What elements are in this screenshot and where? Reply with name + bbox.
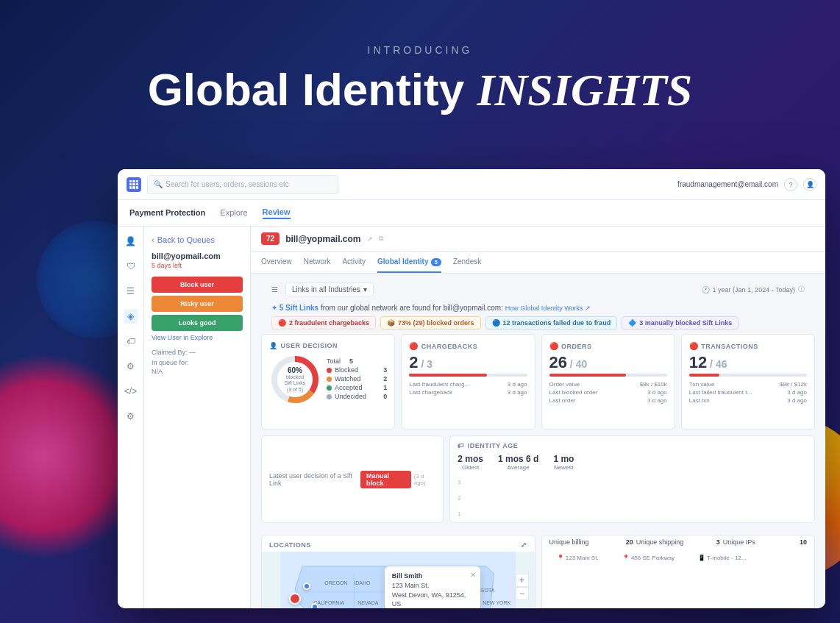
accepted-dot — [327, 385, 332, 391]
chargebacks-title: 🔴 CHARGEBACKS — [409, 342, 527, 350]
secondary-nav: Payment Protection Explore Review — [118, 200, 825, 227]
legend-undecided: Undecided 0 — [327, 393, 387, 400]
block-user-button[interactable]: Block user — [152, 277, 243, 293]
expand-icon[interactable]: ⤢ — [521, 541, 527, 549]
sidebar-icon-list[interactable]: ☰ — [124, 284, 138, 299]
last-blocked-val: 3 d ago — [647, 389, 667, 396]
orders-icon: 🔴 — [549, 342, 559, 350]
orders-bar — [549, 374, 667, 377]
tab-network[interactable]: Network — [304, 252, 331, 273]
svg-text:IDAHO: IDAHO — [354, 580, 371, 585]
popup-city: West Devon, WA, 91254, US — [392, 591, 473, 608]
user-decision-icon: 👤 — [269, 342, 278, 349]
sidebar-icon-user[interactable]: 👤 — [124, 234, 138, 249]
donut-label: 60% blocked Sift Links (3 of 5) — [282, 366, 308, 393]
zoom-in-button[interactable]: + — [516, 574, 529, 587]
chargebacks-last-fraudulent: Last fraudulent charg... 3 d ago — [409, 381, 527, 388]
sidebar-icon-nav[interactable]: ◈ — [124, 309, 138, 324]
sidebar: 👤 🛡 ☰ ◈ 🏷 ⚙ </> ⚙ — [118, 227, 144, 608]
map-card: LOCATIONS ⤢ — [261, 535, 535, 608]
popup-close[interactable]: ✕ — [470, 571, 476, 579]
user-decision-text: USER DECISION — [281, 342, 338, 349]
sift-icon: ✦ — [271, 304, 280, 312]
nav-logo — [127, 177, 141, 192]
logo-dot — [136, 183, 138, 185]
nav-right: fraudmanagement@email.com ? 👤 — [677, 178, 816, 191]
sidebar-icon-gear[interactable]: ⚙ — [124, 409, 138, 424]
watched-dot — [327, 377, 332, 382]
main-content: 👤 🛡 ☰ ◈ 🏷 ⚙ </> ⚙ ‹ Back to Queues bill@… — [118, 227, 825, 608]
filter-bar: ☰ Links in all Industries ▾ 🕐 1 year (Ja… — [261, 278, 815, 301]
back-to-queues-label: Back to Queues — [157, 235, 215, 244]
nav-tab-review[interactable]: Review — [263, 207, 291, 219]
nav-tab-payment-protection[interactable]: Payment Protection — [129, 208, 205, 218]
sift-info-text: from our global network are found for bi… — [321, 304, 503, 312]
map-marker-red — [289, 593, 301, 605]
chargebacks-text: CHARGEBACKS — [421, 343, 478, 350]
bottom-row: LOCATIONS ⤢ — [261, 535, 815, 608]
transactions-txn-value: Txn value $8k / $12k — [689, 381, 807, 388]
last-failed-label: Last failed fraudulent t... — [689, 389, 752, 396]
user-header: 72 bill@yopmail.com ↗ ⧉ — [251, 227, 825, 252]
unique-ips: Unique IPs 10 — [723, 538, 807, 546]
user-icon[interactable]: 👤 — [803, 178, 816, 191]
transactions-total: / 46 — [707, 358, 727, 370]
transactions-card: 🔴 TRANSACTIONS 12 / 46 Txn value $8k / $… — [681, 334, 815, 430]
sidebar-icon-settings-alt[interactable]: ⚙ — [124, 359, 138, 374]
sidebar-icon-code[interactable]: </> — [124, 384, 138, 399]
alert-icon: 🔷 — [628, 319, 636, 327]
copy-icon[interactable]: ⧉ — [379, 235, 383, 243]
address-list: 📍 123 Main St. 📍 456 SE Parkway 📱 T-mobi… — [542, 552, 815, 567]
map-popup: ✕ Bill Smith 123 Main St. West Devon, WA… — [385, 566, 480, 608]
latest-decision-label: Latest user decision of a Sift Link — [269, 472, 360, 487]
claimed-by-dash: — — [189, 349, 196, 356]
logo-dot — [132, 180, 135, 182]
map-title: LOCATIONS ⤢ — [262, 535, 535, 552]
zoom-controls: + − — [516, 574, 529, 600]
nav-email: fraudmanagement@email.com — [677, 180, 778, 188]
transactions-bar-fill — [689, 374, 720, 377]
tab-overview[interactable]: Overview — [261, 252, 292, 273]
y-axis: 321 — [458, 480, 460, 516]
tab-zendesk[interactable]: Zendesk — [453, 252, 481, 273]
alert-icon: 📦 — [387, 319, 395, 327]
transactions-last-failed: Last failed fraudulent t... 3 d ago — [689, 389, 807, 396]
donut-container: 60% blocked Sift Links (3 of 5) Total 5 — [269, 354, 387, 405]
legend-blocked-label: Blocked — [335, 366, 358, 374]
industry-filter[interactable]: Links in all Industries ▾ — [285, 282, 374, 296]
address-3: 📱 T-mobile - 12... — [691, 553, 753, 563]
help-icon[interactable]: ? — [784, 178, 797, 191]
headline-main: Global Identity — [148, 64, 465, 115]
logo-dot — [129, 180, 132, 182]
nav-logo-inner — [129, 180, 138, 189]
unique-ips-label: Unique IPs — [723, 538, 755, 546]
claimed-by-text: Claimed By: — [152, 349, 188, 356]
unique-row: Unique billing 20 Unique shipping 3 Uniq… — [542, 535, 815, 552]
last-fraudulent-val: 3 d ago — [508, 381, 527, 388]
orders-card: 🔴 ORDERS 26 / 40 Order value $8k / $10k — [541, 334, 675, 430]
looks-good-button[interactable]: Looks good — [152, 315, 243, 331]
filter-icon: ☰ — [271, 285, 278, 293]
back-to-queues-link[interactable]: ‹ Back to Queues — [152, 235, 243, 244]
identity-age-title: 🏷 IDENTITY AGE — [458, 442, 807, 449]
view-user-link[interactable]: View User in Explore — [152, 334, 243, 341]
oldest-label: Oldest — [458, 464, 483, 471]
tab-global-identity[interactable]: Global Identity5 — [377, 252, 441, 273]
nav-tab-explore[interactable]: Explore — [220, 208, 247, 218]
logo-dot — [136, 180, 138, 182]
tab-activity[interactable]: Activity — [342, 252, 366, 273]
external-link-icon[interactable]: ↗ — [367, 235, 373, 243]
zoom-out-button[interactable]: − — [516, 587, 529, 600]
in-queue-label: In queue for: — [152, 359, 243, 366]
sidebar-icon-tag[interactable]: 🏷 — [124, 334, 138, 349]
search-bar[interactable]: 🔍 Search for users, orders, sessions etc — [147, 175, 338, 194]
sidebar-icon-shield[interactable]: 🛡 — [124, 259, 138, 274]
blocked-dot — [327, 368, 332, 373]
how-global-identity-works-link[interactable]: How Global Identity Works ↗ — [505, 305, 591, 312]
top-nav: 🔍 Search for users, orders, sessions etc… — [118, 169, 825, 200]
txn-value-val: $8k / $12k — [780, 381, 807, 388]
risky-user-button[interactable]: Risky user — [152, 296, 243, 312]
user-decision-card: 👤 USER DECISION — [261, 334, 395, 430]
legend: Total 5 Blocked 3 Watc — [327, 357, 387, 402]
address-3-text: T-mobile - 12... — [707, 555, 746, 561]
